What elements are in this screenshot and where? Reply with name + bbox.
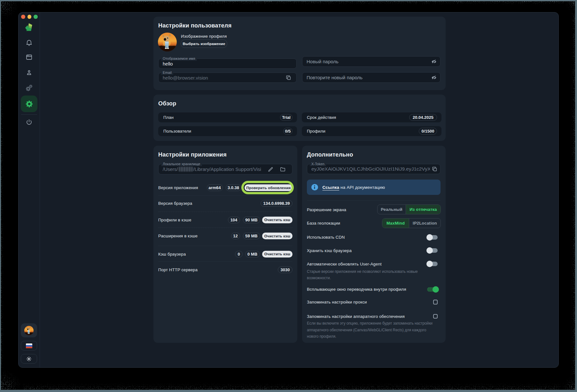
app-window: Настройки пользователя [18,12,559,368]
x-token-field: X-Token eyJ0eXAiOiJKV1QiLCJhbGciOiJIUzI1… [307,164,441,174]
divider [158,246,292,246]
additional-card: Дополнительно X-Token eyJ0eXAiOiJKV1QiLC… [302,146,446,343]
extra-card-title: Дополнительно [307,151,353,158]
divider [158,227,292,228]
clear-extensions-cache-button[interactable]: Очистить кэш [262,233,292,239]
remember-hardware-checkbox[interactable] [433,314,438,319]
http-port-badge: 3030 [278,266,292,273]
app-version-row: Версия приложения arm64 3.0.38 Проверить… [158,184,292,192]
screen-resolution-toggle: Реальный Из отпечатка [377,204,441,214]
auto-ua-switch[interactable] [427,262,438,266]
display-name-field: Отображаемое имя [158,58,297,69]
auto-ua-label: Автоматически обновлять User-Agent [307,261,382,267]
segment-ip2location[interactable]: IP2Location [409,219,441,228]
translator-switch[interactable] [427,287,438,292]
keep-cache-switch[interactable] [427,248,438,253]
new-password-field [302,56,441,67]
segment-maxmind[interactable]: MaxMind [382,219,409,228]
repeat-password-input[interactable] [302,73,440,82]
user-settings-card: Настройки пользователя [153,17,446,90]
display-name-input[interactable] [159,59,296,68]
browser-version-row: Версия браузера 134.0.6998.39 [158,199,292,207]
automation-icon[interactable] [25,84,33,92]
language-button[interactable] [21,341,37,350]
profiles-cache-label: Профили в кэше [158,218,191,222]
check-updates-button[interactable]: Проверить обновления [245,184,292,191]
remember-hardware-description: Если вы включите эту опцию, приложение б… [307,320,433,340]
divider [158,195,292,196]
remember-proxy-label: Запоминать настройки прокси [307,299,367,305]
divider [307,200,441,201]
zoom-button[interactable] [34,15,38,19]
profiles-icon[interactable] [25,69,33,76]
profiles-cache-count-badge: 104 [228,217,240,223]
divider [158,261,292,262]
copy-icon[interactable] [285,75,292,81]
http-port-label: Порт HTTP сервера [158,267,198,272]
api-doc-link[interactable]: Ссылка [323,185,339,190]
app-logo-icon [25,23,34,32]
stat-row-users: Пользователи 0/5 [158,126,297,136]
folder-icon[interactable] [280,166,286,172]
minimize-button[interactable] [27,15,32,19]
screen: Настройки пользователя [0,0,577,392]
browser-cache-size-badge: 0 MB [245,251,260,257]
redacted-username [179,167,193,172]
sun-icon [26,356,32,362]
stat-label: План [163,115,174,120]
local-storage-value: /Users//Library/Application Support/Visi [163,164,261,174]
clear-profiles-cache-button[interactable]: Очистить кэш [262,217,292,223]
app-version-label: Версия приложения [158,185,198,190]
new-password-input[interactable] [302,57,440,66]
remember-proxy-checkbox[interactable] [433,300,438,304]
clear-browser-cache-button[interactable]: Очистить кэш [262,251,292,257]
sidebar-divider [21,114,37,115]
notifications-icon[interactable] [25,39,33,46]
repeat-password-field [302,72,441,83]
profile-avatar [158,33,177,51]
choose-image-button[interactable]: Выбрать изображение [181,39,227,48]
browser-cache-label: Кэш браузера [158,252,186,257]
visibility-off-icon[interactable] [431,58,437,65]
segment-from-fingerprint[interactable]: Из отпечатка [406,205,441,214]
arch-badge: arm64 [207,184,223,191]
translator-label: Всплывающее окно переводчика внутри проф… [307,287,406,292]
app-card-title: Настройки приложения [158,151,227,158]
close-button[interactable] [21,15,25,19]
visibility-off-icon[interactable] [431,74,437,81]
browser-version-badge: 134.0.6998.39 [261,200,292,207]
keep-cache-label: Хранить кэш браузера [307,248,352,253]
remember-hardware-label: Запоминать настройки аппаратного обеспеч… [307,314,405,319]
theme-toggle-button[interactable] [21,354,37,364]
overview-card: Обзор План Trial Срок действия 20.04.202… [153,95,446,141]
api-doc-alert: Ссылка на API документацию [307,180,441,195]
stat-value-badge: 0/5 [283,128,292,135]
app-version-badge: 3.0.38 [226,184,241,191]
browser-windows-icon[interactable] [25,53,33,61]
browser-version-label: Версия браузера [158,201,192,206]
copy-icon[interactable] [432,166,438,172]
user-card-title: Настройки пользователя [158,22,231,29]
power-icon[interactable] [25,119,33,126]
divider [158,211,292,212]
email-field: Email hello@browser.vision [158,73,297,83]
user-avatar-button[interactable] [21,323,37,337]
info-icon [311,184,318,191]
stat-label: Профили [307,129,325,134]
stat-row-expiry: Срок действия 20.04.2025 [302,112,441,122]
geo-db-label: База геолокации [307,220,340,226]
segment-real[interactable]: Реальный [378,205,406,214]
stat-row-plan: План Trial [158,112,297,122]
email-value: hello@browser.vision [163,73,208,82]
extensions-cache-count-badge: 12 [231,233,240,239]
sidebar-item-settings[interactable] [21,96,37,112]
use-cdn-switch[interactable] [427,235,438,240]
browser-cache-count-badge: 0 [235,251,243,257]
stat-label: Пользователи [163,129,191,134]
edit-icon[interactable] [268,166,274,172]
browser-cache-row: Кэш браузера 0 0 MB Очистить кэш [158,250,292,258]
extensions-cache-row: Расширения в кэше 12 59 MB Очистить кэш [158,232,292,240]
x-token-value: eyJ0eXAiOiJKV1QiLCJhbGciOiJIUzI1NiJ9.eyJ… [311,164,430,174]
window-controls [21,15,38,19]
local-storage-field: Локальное хранилище /Users//Library/Appl… [158,164,292,174]
